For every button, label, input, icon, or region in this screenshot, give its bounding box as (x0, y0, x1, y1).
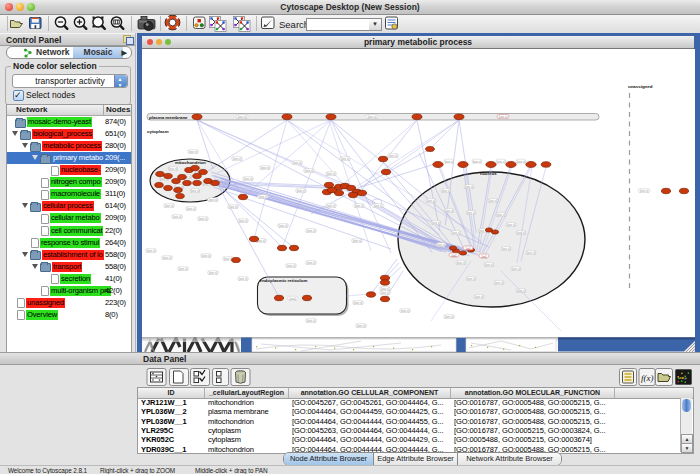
svg-text:[xx]: [xx] (466, 247, 471, 251)
svg-text:[xxx x]: [xxx x] (244, 177, 253, 181)
svg-text:[xxx x]: [xxx x] (327, 204, 336, 208)
svg-text:[xxx x]: [xxx x] (389, 154, 398, 158)
svg-text:[xxx x]: [xxx x] (452, 231, 461, 235)
svg-text:[xxx x]: [xxx x] (497, 213, 506, 217)
svg-text:[xxx x]: [xxx x] (527, 251, 536, 255)
svg-text:[xxx x]: [xxx x] (489, 199, 498, 203)
svg-text:[xxx x]: [xxx x] (502, 247, 511, 251)
svg-text:[xxx x]: [xxx x] (465, 185, 474, 189)
svg-text:[xxx x]: [xxx x] (187, 207, 196, 211)
svg-text:[xxx x]: [xxx x] (173, 215, 182, 219)
svg-text:[xxx x]: [xxx x] (355, 204, 364, 208)
svg-text:[xxx x]: [xxx x] (467, 277, 476, 281)
svg-text:[xxx x]: [xxx x] (305, 169, 314, 173)
svg-text:[xxx x]: [xxx x] (445, 160, 454, 164)
svg-text:[xxx x]: [xxx x] (497, 160, 506, 164)
svg-text:[xxx x]: [xxx x] (307, 229, 316, 233)
svg-text:[xxx x]: [xxx x] (293, 161, 302, 165)
svg-text:[xxx x]: [xxx x] (475, 295, 484, 299)
svg-text:[xxx x]: [xxx x] (261, 166, 270, 170)
svg-text:nucleus: nucleus (480, 171, 497, 176)
svg-text:[xxx x]: [xxx x] (202, 254, 211, 258)
svg-text:[xxx x]: [xxx x] (163, 256, 172, 260)
svg-text:[xxx x]: [xxx x] (445, 315, 454, 319)
svg-text:[xxx x]: [xxx x] (445, 209, 454, 213)
svg-text:[xxx x]: [xxx x] (209, 271, 218, 275)
svg-text:[xxx x]: [xxx x] (432, 221, 441, 225)
svg-text:[xx]: [xx] (452, 254, 457, 258)
svg-text:[xxx x]: [xxx x] (374, 204, 383, 208)
svg-text:[xxx x]: [xxx x] (239, 219, 248, 223)
svg-text:[xxx x]: [xxx x] (341, 157, 350, 161)
svg-text:[xxx x]: [xxx x] (259, 195, 268, 199)
svg-text:[xxx x]: [xxx x] (473, 160, 482, 164)
svg-text:[xxx x]: [xxx x] (357, 324, 366, 328)
svg-text:[xxx x]: [xxx x] (191, 189, 200, 193)
svg-text:[xxx]: [xxx] (289, 297, 295, 301)
svg-text:mitochondrion: mitochondrion (175, 160, 206, 165)
svg-text:[xxx x]: [xxx x] (165, 204, 174, 208)
svg-text:[xxx x]: [xxx x] (512, 267, 521, 271)
svg-text:[xxx x]: [xxx x] (354, 301, 363, 305)
svg-text:[xxx x]: [xxx x] (517, 231, 526, 235)
svg-text:[xxx x]: [xxx x] (368, 115, 377, 119)
svg-text:[xx]: [xx] (482, 255, 487, 259)
svg-text:[xxx x]: [xxx x] (327, 172, 336, 176)
svg-text:[xxx x]: [xxx x] (229, 205, 238, 209)
svg-text:[xxx x]: [xxx x] (457, 261, 466, 265)
svg-text:[xxx x]: [xxx x] (307, 261, 316, 265)
svg-text:[xxx x]: [xxx x] (239, 277, 248, 281)
svg-text:[xxx x]: [xxx x] (442, 189, 451, 193)
svg-text:[xxx x]: [xxx x] (499, 115, 508, 119)
svg-text:unassigned: unassigned (628, 84, 653, 89)
svg-text:[xxx x]: [xxx x] (640, 189, 649, 193)
svg-text:[xxx x]: [xxx x] (287, 264, 296, 268)
svg-text:[xxx x]: [xxx x] (224, 257, 233, 261)
svg-text:[xxx x]: [xxx x] (189, 150, 198, 154)
svg-text:[xxx x]: [xxx x] (307, 319, 316, 323)
svg-text:[xxx x]: [xxx x] (507, 223, 516, 227)
svg-text:[xxx x]: [xxx x] (233, 157, 242, 161)
svg-text:cytoplasm: cytoplasm (147, 129, 169, 134)
svg-text:[xxx x]: [xxx x] (485, 263, 494, 267)
svg-text:[xxx x]: [xxx x] (495, 281, 504, 285)
svg-text:[xxx x]: [xxx x] (401, 309, 410, 313)
svg-text:[xxx x]: [xxx x] (179, 267, 188, 271)
svg-text:[xxx x]: [xxx x] (353, 239, 362, 243)
svg-text:[xxx x]: [xxx x] (427, 199, 436, 203)
svg-text:plasma membrane: plasma membrane (149, 115, 188, 120)
svg-text:[xxx x]: [xxx x] (517, 160, 526, 164)
svg-text:[xxx x]: [xxx x] (209, 198, 218, 202)
svg-text:[xxx x]: [xxx x] (297, 189, 306, 193)
svg-text:[xxx x]: [xxx x] (238, 115, 247, 119)
svg-text:[xxx x]: [xxx x] (467, 211, 476, 215)
svg-text:[xxx x]: [xxx x] (169, 167, 178, 171)
svg-text:endoplasmic reticulum: endoplasmic reticulum (260, 278, 308, 283)
svg-text:[xxx x]: [xxx x] (381, 291, 390, 295)
svg-text:[xxx x]: [xxx x] (279, 224, 288, 228)
svg-text:[xxx x]: [xxx x] (147, 249, 156, 253)
svg-text:[xxx x]: [xxx x] (437, 243, 446, 247)
svg-text:[xxx x]: [xxx x] (199, 217, 208, 221)
